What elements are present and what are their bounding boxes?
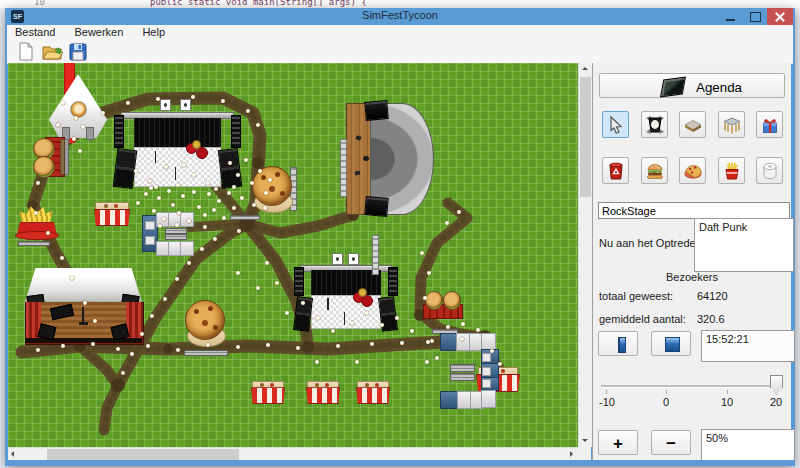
title-bar[interactable]: SF SimFestTycoon <box>5 8 795 25</box>
visitor-dot <box>301 301 305 305</box>
tool-gift-button[interactable] <box>756 111 783 138</box>
visitor-dot <box>175 223 179 227</box>
pause-button[interactable] <box>598 331 638 356</box>
visitor-dot <box>365 311 369 315</box>
visitor-dot <box>285 311 289 315</box>
agenda-label: Agenda <box>696 80 742 95</box>
visitor-dot <box>154 185 158 189</box>
visitor-dot <box>232 185 236 189</box>
agenda-button[interactable]: Agenda <box>599 73 785 98</box>
bench-h[interactable] <box>184 350 228 356</box>
visitor-dot <box>266 343 270 347</box>
zoom-out-button[interactable]: − <box>651 430 691 455</box>
close-button[interactable] <box>767 8 793 25</box>
stage-dark[interactable] <box>291 248 401 332</box>
visitor-dot <box>228 161 232 165</box>
slider-thumb[interactable] <box>770 375 783 395</box>
barrier-v[interactable] <box>340 139 347 197</box>
visitor-dot <box>256 286 260 290</box>
visitor-dot <box>157 196 161 200</box>
pizza-stand[interactable] <box>251 166 297 214</box>
background-ide-strip: 10 public static void main(String[] args… <box>0 0 800 8</box>
tool-pizza-button[interactable] <box>679 157 706 184</box>
visitor-dot <box>336 344 340 348</box>
arrow-up-icon <box>582 67 588 70</box>
bench-h[interactable] <box>18 241 50 246</box>
visitor-dot <box>36 181 40 185</box>
toilet-c-right[interactable] <box>438 331 498 409</box>
scroll-up-button[interactable] <box>579 63 592 76</box>
tool-burger-button[interactable] <box>641 157 668 184</box>
save-file-button[interactable] <box>67 41 89 62</box>
window-title: SimFestTycoon <box>5 9 795 21</box>
background-code-text: public static void main(String[] args) { <box>150 0 367 7</box>
tool-stage-button[interactable] <box>718 111 745 138</box>
open-file-button[interactable] <box>41 41 63 62</box>
tool-trash-button[interactable] <box>602 157 629 184</box>
visitor-dot <box>81 125 85 129</box>
visitor-dot <box>61 101 65 105</box>
visitor-dot <box>213 237 217 241</box>
tool-select-button[interactable] <box>602 111 629 138</box>
barn-stage[interactable] <box>25 268 142 343</box>
barrier-v[interactable] <box>372 235 379 275</box>
arrow-down-icon <box>582 439 588 442</box>
toilet-c-left[interactable] <box>142 212 200 254</box>
visitor-dot <box>192 173 196 177</box>
visitor-dot <box>237 229 241 233</box>
visitor-dot <box>395 316 399 320</box>
amphitheater[interactable] <box>346 103 432 213</box>
stop-button[interactable] <box>651 331 691 356</box>
visitor-dot <box>164 165 168 169</box>
tool-fries-button[interactable] <box>718 157 745 184</box>
visitor-dot <box>78 149 82 153</box>
visitor-dot <box>355 360 359 364</box>
speed-slider[interactable]: -10 0 10 20 <box>598 363 786 421</box>
vertical-scroll-thumb[interactable] <box>580 77 591 197</box>
visitor-dot <box>263 206 267 210</box>
tool-path-tile-button[interactable] <box>679 111 706 138</box>
tent[interactable] <box>47 72 109 140</box>
stage-name-input[interactable] <box>598 202 790 219</box>
zoom-in-button[interactable]: + <box>598 430 638 455</box>
slider-tick-0: 0 <box>663 396 669 408</box>
visitor-dot <box>176 183 180 187</box>
pizza-stand[interactable] <box>184 300 230 348</box>
burger-stand-h[interactable] <box>423 291 461 323</box>
now-playing-label: Nu aan het Optreden: <box>599 237 705 249</box>
tool-spotlight-button[interactable] <box>641 111 668 138</box>
menu-help[interactable]: Help <box>134 25 173 38</box>
vertical-scrollbar[interactable] <box>578 63 592 447</box>
bench-h[interactable] <box>230 215 260 220</box>
slider-tick-10: 10 <box>721 396 733 408</box>
visitor-dot <box>212 208 216 212</box>
menu-bestand[interactable]: Bestand <box>7 25 63 38</box>
striped-stand[interactable] <box>251 381 283 402</box>
scroll-down-button[interactable] <box>579 434 592 447</box>
window-bottom-border <box>5 460 795 466</box>
visitor-dot <box>93 319 97 323</box>
visitor-dot <box>203 225 207 229</box>
menu-bewerken[interactable]: Bewerken <box>66 25 131 38</box>
visitor-dot <box>410 329 414 333</box>
festival-map[interactable] <box>8 63 578 447</box>
burger-stand-v[interactable] <box>33 137 71 175</box>
striped-stand[interactable] <box>356 381 388 402</box>
horizontal-scrollbar[interactable] <box>8 447 578 461</box>
minimize-icon <box>726 19 735 21</box>
map-canvas[interactable] <box>8 63 591 460</box>
visitor-dot <box>136 201 140 205</box>
visitor-dot <box>163 297 167 301</box>
visitor-dot <box>227 191 231 195</box>
minimize-button[interactable] <box>719 8 743 25</box>
visitor-dot <box>446 325 450 329</box>
stage-dark[interactable] <box>110 93 245 190</box>
striped-stand[interactable] <box>94 202 128 224</box>
new-file-button[interactable] <box>15 41 37 62</box>
maximize-button[interactable] <box>743 8 767 25</box>
tool-toilet-roll-button[interactable] <box>756 157 783 184</box>
slider-track[interactable] <box>601 385 783 387</box>
striped-stand[interactable] <box>306 381 338 402</box>
visitor-dot <box>61 344 65 348</box>
horizontal-scroll-thumb[interactable] <box>47 449 239 460</box>
